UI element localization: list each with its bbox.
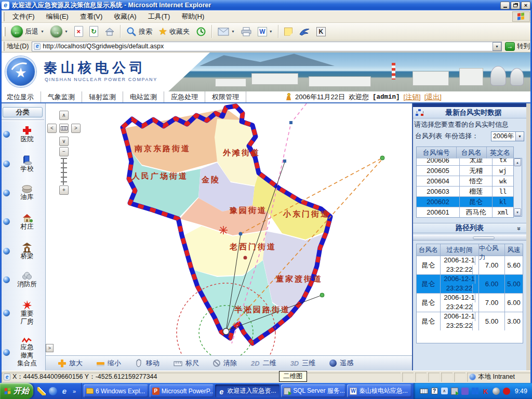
address-grip[interactable] [2,42,5,51]
map-marker-blue-square[interactable] [289,121,292,124]
epicenter-marker[interactable] [223,328,229,335]
layer-toggle-icon[interactable] [3,190,10,196]
minimize-button[interactable] [500,2,510,9]
menu-view[interactable]: 查看(V) [74,12,108,21]
layer-toggle-icon[interactable] [3,349,10,356]
ruler-tool[interactable]: 标尺 [174,358,199,368]
quicklaunch-overflow-icon[interactable]: » [72,387,77,395]
logout-link[interactable]: [注销] [403,92,420,102]
close-button[interactable]: × [521,2,530,9]
menu-tools[interactable]: 工具(T) [142,12,176,21]
task-windows-explorer-group[interactable]: 6 Windows Expl... ▼ [84,384,148,397]
table-row[interactable]: 昆仑 2006-12-123:22:22 7.00 5.60 [417,256,523,274]
map-marker-blue-square[interactable] [283,159,286,163]
edit-word-button[interactable]: W ▼ [255,24,276,39]
kaspersky-button[interactable]: K [313,24,329,39]
tray-clock[interactable]: 9:49 [515,388,527,395]
sidebar-item-school[interactable]: 学校 [1,155,44,174]
back-button[interactable]: ← 后退 ▼ [8,24,47,39]
map-marker-red[interactable] [244,256,247,260]
sidebar-item-bridge[interactable]: 桥梁 [1,242,44,261]
print-button[interactable] [238,24,255,39]
table-row[interactable]: 200601 西马伦 xml [417,207,513,217]
expand-chevron-icon[interactable]: » [516,227,523,231]
pan-center-button[interactable] [59,124,69,133]
pan-up-button[interactable]: ∧ [59,111,69,120]
menu-grip[interactable] [2,12,5,21]
tray-ati-icon[interactable] [503,388,510,395]
sidebar-item-hospital[interactable]: 医院 [1,125,44,144]
bird-tool-button[interactable] [296,24,313,39]
address-dropdown-button[interactable]: ▼ [493,42,501,51]
task-powerpoint[interactable]: P Microsoft PowerP... [150,384,214,397]
layer-toggle-icon[interactable] [3,161,10,167]
tray-sphere-icon[interactable] [493,388,500,395]
zoom-out-step-button[interactable]: − [59,147,69,156]
go-button[interactable]: → 转到 [505,42,530,51]
restore-button[interactable] [511,2,520,9]
quicklaunch-ie-icon[interactable]: e [60,387,69,395]
tab-radiation-monitor[interactable]: 辐射监测 [82,91,123,102]
zoom-out-tool[interactable]: 缩小 [97,358,121,368]
forward-dropdown-icon[interactable]: ▼ [64,30,68,33]
menu-help[interactable]: 帮助(H) [176,12,210,21]
table-row-selected[interactable]: 昆仑 2006-12-123:23:22 6.00 5.00 [417,274,523,293]
layer-toggle-icon[interactable] [3,310,10,316]
forward-button[interactable]: → ▼ [47,24,71,39]
help-tray-icon[interactable]: ? [431,388,438,394]
table-row[interactable]: 200603 榴莲 ll [417,186,513,196]
task-sql-server[interactable]: SQL Server 服务... [281,384,345,397]
tray-kaspersky-icon[interactable]: K [482,388,489,395]
tray-sql-icon[interactable] [451,388,458,395]
layer-toggle-icon[interactable] [3,131,10,138]
remote-sensing-tool[interactable]: 遥感 [329,358,353,368]
tab-permission-management[interactable]: 权限管理 [205,91,246,102]
task-word-doc[interactable]: W 秦山核电站应急... [347,384,411,397]
menu-edit[interactable]: 编辑(E) [41,12,74,21]
search-button[interactable]: 搜索 [123,24,155,39]
tray-app-icon[interactable] [461,388,469,395]
view-2d-tool[interactable]: 2D二维 [251,358,276,368]
view-3d-tool[interactable]: 3D三维 [290,358,316,368]
scroll-up-button[interactable]: ▲ [514,158,521,166]
sidebar-header[interactable]: 分类 [3,107,43,117]
pan-left-button[interactable]: < [47,124,57,133]
pan-tool[interactable]: 移动 [135,358,159,368]
sidebar-item-evacuation-point[interactable]: 应急 撤离 集合点 [1,337,44,368]
tab-station-monitor[interactable]: 电站监测 [123,91,164,102]
clear-tool[interactable]: 清除 [213,358,237,368]
tab-emergency-handling[interactable]: 应急处理 [164,91,205,102]
table-row[interactable]: 昆仑 2006-12-123:25:22 5.00 3.00 [417,312,523,330]
tab-weather-monitor[interactable]: 气象监测 [41,91,82,102]
layer-toggle-icon[interactable] [3,218,10,225]
hide-icons-chevron[interactable]: ∧ [441,388,448,394]
table-row[interactable]: 昆仑 2006-12-123:24:22 7.00 6.00 [417,293,523,312]
menu-file[interactable]: 文件(F) [7,12,41,21]
splitter-grip[interactable] [473,236,495,240]
panel-splitter[interactable] [413,235,526,241]
history-button[interactable] [193,24,209,39]
tray-grid-icon[interactable] [472,388,479,395]
sidebar-item-oil-depot[interactable]: 油库 [1,184,44,202]
map-region[interactable]: 南京东路街道 外滩街道 人民广场街道 金陵 豫园街道 小东门街道 老西门街道 董… [46,103,412,370]
zoom-in-tool[interactable]: 放大 [58,358,83,368]
toolbar-grip[interactable] [3,27,6,36]
map-marker-green[interactable] [380,156,384,160]
stop-button[interactable]: × [71,24,86,39]
start-button[interactable]: 开始 [0,383,33,399]
pan-right-button[interactable]: > [71,124,81,133]
menu-favorites[interactable]: 收藏(A) [108,12,142,21]
quicklaunch-msn-icon[interactable] [49,387,57,395]
home-button[interactable] [101,24,118,39]
sidebar-item-important-plant[interactable]: 重要 厂房 [1,300,44,326]
address-input[interactable]: e http://localhost/QSgridwebgis/default.… [32,42,502,51]
table-row-selected[interactable]: 200602 昆仑 kl [417,196,513,207]
mail-dropdown-icon[interactable]: ▼ [231,30,235,33]
pan-down-button[interactable]: ∨ [59,137,69,146]
exit-link[interactable]: [退出] [424,92,442,102]
discuss-button[interactable] [281,24,296,39]
tab-location-display[interactable]: 定位显示 [0,91,41,102]
sidebar-item-village[interactable]: 村庄 [1,212,44,231]
year-select[interactable]: 2006年 ▼ [491,131,524,141]
edit-dropdown-icon[interactable]: ▼ [269,30,273,33]
